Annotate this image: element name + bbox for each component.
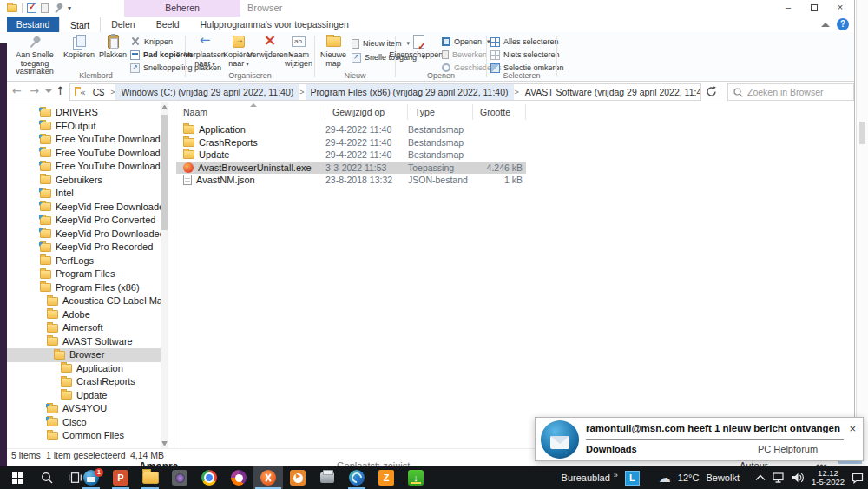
refresh-icon[interactable]	[705, 85, 718, 100]
minimize-button[interactable]: –	[775, 0, 801, 17]
clock[interactable]: 12:12 1-5-2022	[812, 469, 845, 487]
tree-item-common-files[interactable]: Common Files	[7, 429, 161, 443]
select-all-button[interactable]: Alles selecteren	[490, 36, 559, 48]
collapse-ribbon-icon[interactable]	[821, 23, 830, 27]
tree-item-ffoutput[interactable]: FFOutput	[7, 120, 161, 134]
weather-condition[interactable]: Bewolkt	[706, 472, 740, 483]
volume-icon[interactable]	[792, 472, 805, 483]
breadcrumb-separator-icon[interactable]: >	[514, 88, 520, 96]
tree-item-free-youtube-downloader-converted[interactable]: Free YouTube Downloader Converted	[7, 133, 161, 147]
tree-item-perflogs[interactable]: PerfLogs	[7, 254, 161, 268]
tree-scrollbar[interactable]	[161, 102, 168, 448]
notification-close-icon[interactable]: ×	[849, 422, 856, 435]
tree-item-keepvid-free-downloaded[interactable]: KeepVid Free Downloaded	[7, 201, 161, 215]
recent-locations-caret-icon[interactable]	[45, 89, 52, 93]
scroll-thumb[interactable]	[161, 115, 168, 230]
tree-item-application[interactable]: Application	[7, 362, 161, 376]
weather-cloud-icon[interactable]: ☁	[659, 471, 671, 485]
desktop-toolbar-label[interactable]: Bureaublad	[562, 472, 610, 483]
tree-item-adobe[interactable]: Adobe	[7, 308, 161, 322]
open-button[interactable]: Openen▾	[442, 36, 490, 48]
tree-item-aimersoft[interactable]: Aimersoft	[7, 321, 161, 335]
column-header-grootte[interactable]: Grootte	[473, 104, 526, 120]
taskbar-app-avast-secure-browser[interactable]	[224, 466, 253, 489]
tree-item-keepvid-pro-recorded[interactable]: KeepVid Pro Recorded	[7, 241, 161, 254]
customize-toolbar-caret-icon[interactable]: ▾	[68, 4, 71, 12]
action-center-icon[interactable]	[852, 472, 864, 484]
tree-item-keepvid-pro-downloaded[interactable]: KeepVid Pro Downloaded	[7, 228, 161, 241]
copy-path-button[interactable]: Pad kopiëren	[130, 49, 193, 61]
forward-icon[interactable]: →	[30, 84, 39, 97]
tree-item-avs4you[interactable]: AVS4YOU	[7, 402, 161, 416]
rename-button[interactable]: Naam wijzigen	[285, 34, 312, 68]
tray-expand-icon[interactable]	[755, 474, 766, 481]
start-button[interactable]	[3, 466, 31, 489]
breadcrumb-avast-software-vrijdag-29-april-2022-11-40[interactable]: AVAST Software (vrijdag 29 april 2022, 1…	[520, 84, 701, 100]
pin-quick-icon[interactable]	[53, 3, 63, 13]
maximize-button[interactable]	[801, 0, 827, 17]
taskbar-app-zonealarm[interactable]	[372, 466, 401, 489]
edit-button[interactable]: Bewerken	[442, 49, 487, 61]
properties-quick-icon[interactable]	[27, 3, 36, 13]
contextual-tab-beheren[interactable]: Beheren	[124, 0, 240, 17]
tree-item-gebruikers[interactable]: Gebruikers	[7, 174, 161, 188]
copy-button[interactable]: Kopiëren	[61, 34, 97, 60]
taskbar-app-photo-editor[interactable]	[253, 466, 283, 489]
tree-item-crashreports[interactable]: CrashReports	[7, 375, 161, 389]
tree-item-update[interactable]: Update	[7, 389, 161, 403]
file-row-avastnm-json[interactable]: AvastNM.json23-8-2018 13:32JSON-bestand1…	[176, 174, 526, 187]
mail-notification-toast[interactable]: ramontull@msn.com heeft 1 nieuw bericht …	[535, 417, 864, 461]
taskbar-app-file-explorer[interactable]	[135, 466, 165, 489]
cut-button[interactable]: Knippen	[130, 36, 173, 48]
breadcrumb-windows-c-vrijdag-29-april-2022-11-40[interactable]: Windows (C:) (vrijdag 29 april 2022, 11:…	[115, 84, 299, 100]
paste-button[interactable]: Plakken	[97, 34, 128, 60]
close-button[interactable]: ×	[827, 0, 853, 17]
breadcrumb-separator-icon[interactable]: >	[299, 88, 305, 96]
tree-item-cisco[interactable]: Cisco	[7, 416, 161, 430]
delete-button[interactable]: Verwijderen▾	[255, 34, 285, 60]
new-folder-quick-icon[interactable]	[41, 3, 49, 13]
search-input[interactable]: Zoeken in Browser	[727, 83, 854, 101]
notification-folder[interactable]: Downloads	[586, 444, 637, 454]
weather-temperature[interactable]: 12°C	[678, 472, 700, 483]
taskbar-search-button[interactable]	[33, 466, 61, 489]
help-icon[interactable]: ?	[837, 18, 849, 30]
taskbar-app-edge[interactable]	[342, 466, 372, 489]
l-toolbar-icon[interactable]: L	[625, 471, 640, 486]
taskbar-app-free-downloader[interactable]	[401, 466, 431, 489]
move-to-button[interactable]: Verplaatsen naar▾	[187, 34, 222, 68]
properties-button[interactable]: Eigenschappen▾	[398, 34, 439, 60]
file-row-crashreports[interactable]: CrashReports29-4-2022 11:40Bestandsmap	[176, 136, 526, 149]
tree-item-program-files-x86[interactable]: Program Files (x86)	[7, 281, 161, 295]
back-icon[interactable]: ←	[12, 84, 22, 97]
taskbar-app-chrome[interactable]	[194, 466, 224, 489]
tab-start[interactable]: Start	[59, 17, 101, 32]
tab-bestand[interactable]: Bestand	[7, 17, 59, 32]
tree-item-keepvid-pro-converted[interactable]: KeepVid Pro Converted	[7, 214, 161, 228]
pin-to-quick-access-button[interactable]: Aan Snelle toegang vastmaken	[10, 34, 59, 76]
column-header-type[interactable]: Type	[408, 104, 473, 120]
tree-item-free-youtube-downloader-recorded[interactable]: Free YouTube Downloader Recorded	[7, 160, 161, 174]
toolbar-overflow-icon[interactable]: »	[614, 471, 618, 479]
column-header-gewijzigd-op[interactable]: Gewijzigd op	[326, 104, 408, 120]
tree-item-browser[interactable]: Browser	[7, 348, 161, 362]
taskbar-app-thunderbird[interactable]: 1	[76, 466, 106, 489]
truncated-path-icon[interactable]: «	[80, 87, 86, 98]
file-row-avastbrowseruninstall-exe[interactable]: AvastBrowserUninstall.exe3-3-2022 11:53T…	[176, 162, 526, 175]
taskbar-app-powerpoint[interactable]	[106, 466, 135, 489]
tree-item-free-youtube-downloader-download[interactable]: Free YouTube Downloader Download	[7, 147, 161, 161]
breadcrumb[interactable]: « C$>Windows (C:) (vrijdag 29 april 2022…	[69, 83, 701, 101]
taskbar-app-media-player[interactable]	[283, 466, 312, 489]
up-icon[interactable]: ↑	[56, 84, 65, 97]
tree-item-program-files[interactable]: Program Files	[7, 268, 161, 281]
tree-item-avast-software[interactable]: AVAST Software	[7, 335, 161, 349]
breadcrumb-c[interactable]: C$	[88, 84, 109, 100]
file-row-update[interactable]: Update29-4-2022 11:40Bestandsmap	[176, 149, 526, 162]
new-folder-button[interactable]: Nieuwe map	[317, 34, 350, 68]
scroll-up-icon[interactable]	[161, 105, 168, 109]
tree-item-acoustica-cd-label-maker[interactable]: Acoustica CD Label Maker	[7, 294, 161, 308]
breadcrumb-program-files-x86-vrijdag-29-april-2022-11-40[interactable]: Program Files (x86) (vrijdag 29 april 20…	[306, 84, 514, 100]
tree-item-drivers[interactable]: DRIVERS	[7, 106, 161, 120]
network-icon[interactable]	[773, 472, 786, 483]
taskbar-app-camera[interactable]	[165, 466, 194, 489]
